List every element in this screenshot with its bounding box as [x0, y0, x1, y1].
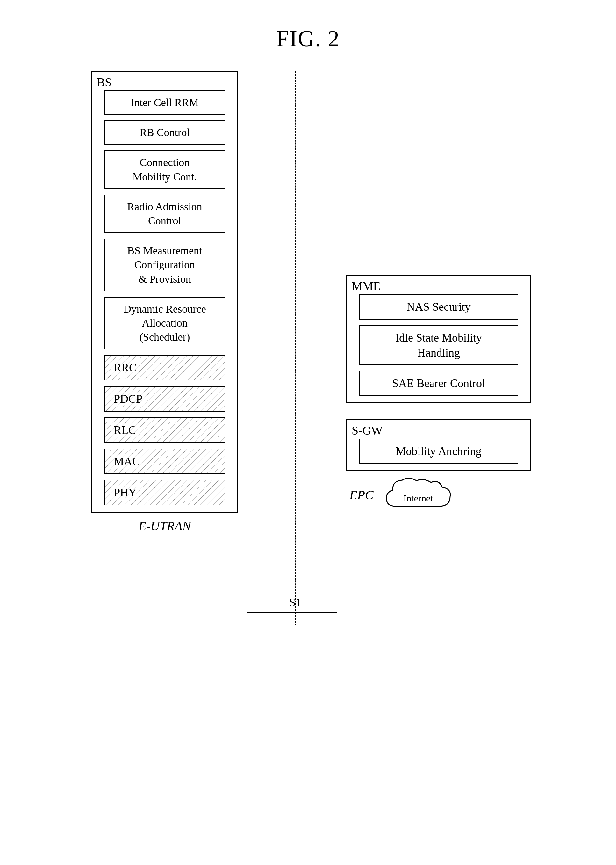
sgw-label: S-GW	[352, 423, 382, 437]
mac-label: MAC	[111, 454, 142, 469]
phy-box: PHY	[104, 480, 225, 505]
internet-cloud: Internet	[383, 474, 453, 516]
right-column: MME NAS Security Idle State MobilityHand…	[346, 275, 531, 516]
sae-bearer-control-box: SAE Bearer Control	[359, 371, 518, 396]
rrc-box: RRC	[104, 355, 225, 381]
dashed-vertical-line	[295, 71, 296, 625]
bs-container: BS Inter Cell RRM RB Control ConnectionM…	[91, 71, 238, 513]
left-column: BS Inter Cell RRM RB Control ConnectionM…	[85, 71, 244, 533]
svg-text:Internet: Internet	[403, 493, 433, 503]
s1-label: S1	[289, 596, 301, 609]
sgw-container: S-GW Mobility Anchring	[346, 419, 531, 471]
bottom-row: EPC Internet	[346, 474, 453, 516]
epc-label: EPC	[349, 488, 374, 502]
mobility-anchring-box: Mobility Anchring	[359, 439, 518, 464]
s1-area: S1	[244, 612, 346, 613]
inter-cell-rrm-box: Inter Cell RRM	[104, 90, 225, 115]
rb-control-box: RB Control	[104, 120, 225, 145]
idle-state-mobility-box: Idle State MobilityHandling	[359, 325, 518, 365]
phy-label: PHY	[111, 485, 139, 500]
connection-mobility-box: ConnectionMobility Cont.	[104, 150, 225, 189]
eutran-label: E-UTRAN	[138, 518, 191, 533]
mme-label: MME	[352, 279, 380, 293]
pdcp-label: PDCP	[111, 392, 145, 406]
page-title: FIG. 2	[0, 0, 616, 71]
middle-column: S1	[244, 71, 346, 676]
rrc-label: RRC	[111, 360, 139, 375]
dynamic-resource-box: Dynamic ResourceAllocation(Scheduler)	[104, 297, 225, 349]
nas-security-box: NAS Security	[359, 294, 518, 319]
pdcp-box: PDCP	[104, 386, 225, 412]
bs-label: BS	[97, 75, 112, 89]
s1-line	[247, 612, 337, 613]
bs-measurement-box: BS MeasurementConfiguration& Provision	[104, 239, 225, 291]
mac-box: MAC	[104, 448, 225, 474]
radio-admission-box: Radio AdmissionControl	[104, 195, 225, 233]
rlc-box: RLC	[104, 417, 225, 443]
rlc-label: RLC	[111, 423, 138, 437]
mme-container: MME NAS Security Idle State MobilityHand…	[346, 275, 531, 403]
